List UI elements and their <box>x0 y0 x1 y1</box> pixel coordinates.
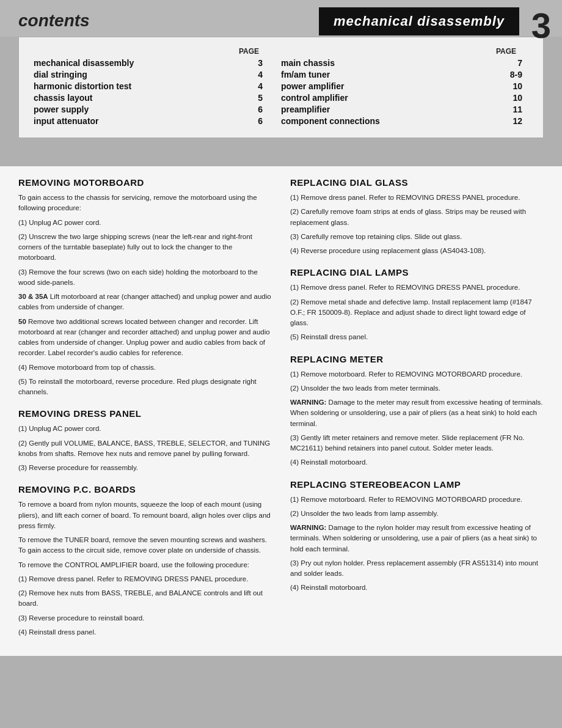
divider <box>0 149 562 166</box>
body-paragraph: (1) Remove dress panel. Refer to REMOVIN… <box>290 282 544 293</box>
body-paragraph: (1) Remove dress panel. Refer to REMOVIN… <box>18 574 272 584</box>
body-paragraph: (3) Pry out nylon holder. Press replacem… <box>290 558 544 579</box>
toc-page: 6 <box>258 116 281 126</box>
toc-page: 10 <box>510 93 528 103</box>
body-paragraph: (4) Reinstall motorboard. <box>290 457 544 468</box>
body-paragraph: (2) Gently pull VOLUME, BALANCE, BASS, T… <box>18 438 272 460</box>
body-paragraph: (2) Carefully remove foam strips at ends… <box>290 207 544 228</box>
body-paragraph: (3) Gently lift meter retainers and remo… <box>290 433 544 454</box>
toc-row: fm/am tuner8-9 <box>281 70 528 79</box>
toc-page: 7 <box>510 58 528 68</box>
contents-table: PAGE mechanical disassembly3dial stringi… <box>18 37 544 138</box>
toc-row: dial stringing4 <box>34 70 281 79</box>
toc-label: preamplifier <box>281 105 510 114</box>
toc-page: 4 <box>258 70 281 79</box>
body-paragraph: To gain access to the chassis for servic… <box>18 193 272 214</box>
removing-pc-boards-heading: REMOVING P.C. BOARDS <box>18 484 272 495</box>
replacing-dial-glass-body: (1) Remove dress panel. Refer to REMOVIN… <box>290 193 544 256</box>
main-left-column: REMOVING MOTORBOARD To gain access to th… <box>18 177 272 641</box>
removing-motorboard-body: To gain access to the chassis for servic… <box>18 193 272 397</box>
toc-label: harmonic distortion test <box>34 81 258 91</box>
replacing-dial-lamps-body: (1) Remove dress panel. Refer to REMOVIN… <box>290 282 544 342</box>
page-title: mechanical disassembly <box>334 13 505 29</box>
removing-dress-panel-body: (1) Unplug AC power cord.(2) Gently pull… <box>18 424 272 473</box>
toc-row: harmonic distortion test4 <box>34 81 281 91</box>
toc-page: 3 <box>258 58 281 68</box>
body-paragraph: (4) Reinstall motorboard. <box>290 583 544 593</box>
body-paragraph: (1) Remove motorboard. Refer to REMOVING… <box>290 495 544 505</box>
body-paragraph: (2) Unsolder the two leads from lamp ass… <box>290 509 544 519</box>
toc-label: mechanical disassembly <box>34 58 258 68</box>
replacing-stereobeacon-lamp-heading: REPLACING STEREOBEACON LAMP <box>290 479 544 490</box>
body-paragraph: (2) Remove hex nuts from BASS, TREBLE, a… <box>18 588 272 609</box>
body-paragraph: (1) Unplug AC power cord. <box>18 424 272 434</box>
body-paragraph: (4) Reinstall dress panel. <box>18 627 272 638</box>
toc-label: power supply <box>34 105 258 114</box>
page-header: contents mechanical disassembly 3 <box>0 0 562 37</box>
toc-row: component connections12 <box>281 116 528 126</box>
toc-left-column: PAGE mechanical disassembly3dial stringi… <box>34 47 281 128</box>
main-content: REMOVING MOTORBOARD To gain access to th… <box>0 166 562 656</box>
body-paragraph: To remove the CONTROL AMPLIFIER board, u… <box>18 560 272 570</box>
toc-label: power amplifier <box>281 81 510 91</box>
removing-dress-panel-heading: REMOVING DRESS PANEL <box>18 408 272 419</box>
toc-label: component connections <box>281 116 510 126</box>
chapter-number: 3 <box>531 5 551 46</box>
body-paragraph: (3) Remove the four screws (two on each … <box>18 267 272 289</box>
replacing-meter-body: (1) Remove motorboard. Refer to REMOVING… <box>290 369 544 468</box>
replacing-stereobeacon-lamp-body: (1) Remove motorboard. Refer to REMOVING… <box>290 495 544 594</box>
body-paragraph: (1) Remove dress panel. Refer to REMOVIN… <box>290 193 544 203</box>
body-paragraph: (5) Reinstall dress panel. <box>290 332 544 342</box>
toc-row: power amplifier10 <box>281 81 528 91</box>
body-paragraph: (3) Reverse procedure for reassembly. <box>18 463 272 473</box>
removing-motorboard-heading: REMOVING MOTORBOARD <box>18 177 272 188</box>
body-paragraph: (4) Reverse procedure using replacement … <box>290 246 544 256</box>
toc-page: 4 <box>258 81 281 91</box>
toc-label: input attenuator <box>34 116 258 126</box>
toc-page: 10 <box>510 81 528 91</box>
toc-label: control amplifier <box>281 93 510 103</box>
toc-page-header-right: PAGE <box>281 47 528 56</box>
toc-left-items: mechanical disassembly3dial stringing4ha… <box>34 58 281 126</box>
replacing-dial-lamps-heading: REPLACING DIAL LAMPS <box>290 267 544 278</box>
body-paragraph: 50 Remove two additional screws located … <box>18 317 272 359</box>
toc-row: control amplifier10 <box>281 93 528 103</box>
toc-page: 5 <box>258 93 281 103</box>
title-box: mechanical disassembly <box>319 7 519 35</box>
body-paragraph: (3) Carefully remove top retaining clips… <box>290 232 544 242</box>
body-paragraph: (5) To reinstall the motorboard, reverse… <box>18 377 272 398</box>
body-paragraph: (2) Unscrew the two large shipping screw… <box>18 232 272 263</box>
body-paragraph: (1) Unplug AC power cord. <box>18 218 272 228</box>
body-paragraph: (4) Remove motorboard from top of chassi… <box>18 362 272 373</box>
toc-right-items: main chassis7fm/am tuner8-9power amplifi… <box>281 58 528 126</box>
toc-page: 8-9 <box>510 70 528 79</box>
body-paragraph: (2) Remove metal shade and defective lam… <box>290 297 544 329</box>
toc-row: preamplifier11 <box>281 105 528 114</box>
body-paragraph: (1) Remove motorboard. Refer to REMOVING… <box>290 369 544 380</box>
toc-page: 11 <box>510 105 528 114</box>
body-paragraph: (3) Reverse procedure to reinstall board… <box>18 613 272 623</box>
toc-page: 6 <box>258 105 281 114</box>
body-paragraph: To remove a board from nylon mounts, squ… <box>18 499 272 531</box>
main-right-column: REPLACING DIAL GLASS (1) Remove dress pa… <box>290 177 544 641</box>
replacing-dial-glass-heading: REPLACING DIAL GLASS <box>290 177 544 188</box>
toc-page-header-left: PAGE <box>34 47 281 56</box>
toc-label: main chassis <box>281 58 510 68</box>
toc-label: dial stringing <box>34 70 258 79</box>
removing-pc-boards-body: To remove a board from nylon mounts, squ… <box>18 499 272 638</box>
toc-label: chassis layout <box>34 93 258 103</box>
toc-row: input attenuator6 <box>34 116 281 126</box>
body-paragraph: WARNING: Damage to the nylon holder may … <box>290 523 544 554</box>
contents-label: contents <box>18 11 90 31</box>
body-paragraph: 30 & 35A Lift motorboard at rear (change… <box>18 292 272 313</box>
toc-label: fm/am tuner <box>281 70 510 79</box>
body-paragraph: To remove the TUNER board, remove the se… <box>18 535 272 556</box>
toc-row: power supply6 <box>34 105 281 114</box>
toc-right-column: PAGE main chassis7fm/am tuner8-9power am… <box>281 47 528 128</box>
toc-row: mechanical disassembly3 <box>34 58 281 68</box>
body-paragraph: (2) Unsolder the two leads from meter te… <box>290 383 544 394</box>
replacing-meter-heading: REPLACING METER <box>290 354 544 364</box>
toc-row: chassis layout5 <box>34 93 281 103</box>
toc-row: main chassis7 <box>281 58 528 68</box>
toc-page: 12 <box>510 116 528 126</box>
